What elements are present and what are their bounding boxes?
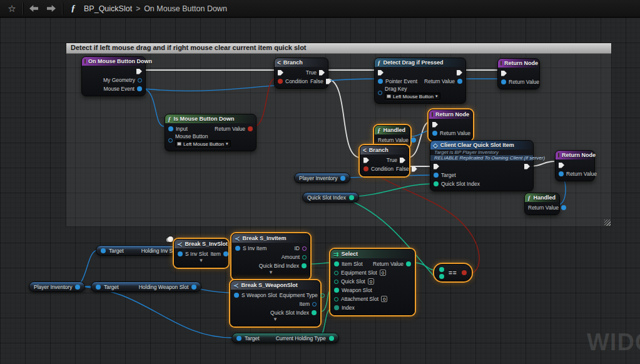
exec-in-pin[interactable] [378, 70, 383, 76]
node-client-clear-quick-slot-item[interactable]: ◇ Client Clear Quick Slot Item Target is… [430, 140, 534, 191]
output-pin[interactable] [329, 336, 334, 341]
favorite-star-icon[interactable]: ☆ [5, 2, 19, 16]
condition-pin[interactable] [278, 79, 283, 84]
comment-title[interactable]: Detect if left mouse drag and if right m… [66, 43, 611, 54]
mouse-button-pin[interactable] [168, 138, 173, 143]
node-break-s-invslot[interactable]: ≺ Break S_InvSlot S Inv Slot Item ▼ [174, 239, 228, 268]
exec-in-pin[interactable] [434, 164, 439, 169]
equipment-slot-pin[interactable] [334, 271, 338, 275]
return-value-pin[interactable] [248, 126, 253, 131]
node-equals[interactable]: == [434, 264, 472, 281]
s-weapon-slot-pin[interactable] [234, 293, 239, 298]
input-pin[interactable] [168, 126, 173, 131]
equals-input-a-pin[interactable] [439, 267, 444, 272]
return-value-pin[interactable] [501, 79, 506, 84]
node-select[interactable]: ⇉ Select Item Slot Return Value Equipmen… [330, 249, 415, 315]
s-inv-slot-pin[interactable] [178, 251, 183, 256]
node-return-mid[interactable]: Return Node Return Value [429, 109, 473, 141]
target-pin[interactable] [236, 336, 241, 341]
pointer-event-pin[interactable] [378, 79, 383, 84]
quick-slot-value[interactable]: 0 [368, 278, 374, 285]
node-return-top[interactable]: Return Node Return Value [497, 58, 540, 89]
expand-arrow-icon[interactable]: ▼ [232, 270, 310, 276]
target-pin[interactable] [96, 285, 101, 290]
exec-in-pin[interactable] [559, 163, 564, 168]
true-exec-pin[interactable] [319, 70, 325, 76]
node-handled-mid[interactable]: ƒ Handled Return Value [374, 125, 410, 148]
id-pin[interactable] [302, 246, 307, 251]
comment-resize-handle[interactable] [604, 220, 611, 226]
equals-input-b-pin[interactable] [439, 274, 444, 279]
output-pin[interactable] [191, 285, 196, 290]
item-pin[interactable] [223, 251, 228, 256]
exec-in-pin[interactable] [432, 122, 438, 128]
node-is-mouse-button-down[interactable]: ƒ Is Mouse Button Down Input Return Valu… [165, 114, 257, 151]
back-button[interactable] [27, 2, 41, 16]
exec-out-pin[interactable] [136, 69, 142, 74]
item-pin[interactable] [312, 302, 317, 306]
node-handled-bottom[interactable]: ƒ Handled Return Value [524, 193, 560, 215]
breadcrumb-graph[interactable]: On Mouse Button Down [144, 4, 227, 13]
node-branch-mid[interactable]: < Branch True Condition False [360, 145, 409, 176]
node-branch-top[interactable]: < Branch True Condition False [274, 58, 328, 89]
node-break-s-weaponslot[interactable]: ≺ Break S_WeaponSlot S Weapon Slot Equip… [230, 280, 320, 326]
exec-in-pin[interactable] [278, 70, 283, 76]
node-on-mouse-button-down[interactable]: On Mouse Button Down My Geometry Mouse E… [81, 56, 146, 96]
pin-label: Return Value [378, 137, 409, 143]
forward-button[interactable] [44, 2, 58, 16]
attachment-slot-value[interactable]: 0 [381, 296, 387, 302]
true-exec-pin[interactable] [400, 158, 405, 163]
equals-output-pin[interactable] [462, 270, 467, 275]
exec-out-pin[interactable] [457, 70, 462, 76]
return-value-pin[interactable] [432, 131, 437, 136]
target-pin[interactable] [101, 248, 106, 253]
exec-out-pin[interactable] [524, 164, 530, 169]
node-return-right[interactable]: Return Node Return Value [555, 150, 595, 181]
condition-pin[interactable] [363, 166, 368, 171]
return-value-pin[interactable] [559, 171, 564, 176]
quick-slot-pin[interactable] [334, 280, 338, 284]
toolbar-divider [23, 3, 23, 15]
return-value-pin[interactable] [457, 79, 462, 84]
breadcrumb-blueprint[interactable]: BP_QuickSlot [84, 4, 132, 13]
equipment-type-pin[interactable] [320, 293, 325, 298]
pill-player-inventory-bottom[interactable]: Player Inventory [29, 281, 85, 292]
quick-slot-index-pin[interactable] [312, 310, 317, 315]
item-slot-pin[interactable] [334, 261, 339, 266]
return-value-pin[interactable] [561, 205, 566, 210]
return-value-pin[interactable] [411, 138, 416, 143]
pill-quick-slot-index[interactable]: Quick Slot Index [302, 192, 359, 203]
output-pin[interactable] [75, 285, 80, 290]
node-detect-drag-if-pressed[interactable]: ƒ Detect Drag if Pressed Pointer Event R… [374, 58, 466, 104]
output-pin[interactable] [340, 176, 345, 181]
drag-key-pin[interactable] [378, 91, 382, 95]
weapon-slot-pin[interactable] [334, 288, 339, 293]
my-geometry-pin[interactable] [138, 78, 142, 83]
index-pin[interactable] [334, 305, 339, 310]
expand-arrow-icon[interactable]: ▼ [175, 258, 228, 265]
exec-in-pin[interactable] [363, 158, 369, 163]
pill-holding-weapon-slot[interactable]: Target Holding Weapon Slot [91, 281, 201, 292]
pill-player-inventory-mid[interactable]: Player Inventory [294, 173, 350, 183]
quick-bind-index-pin[interactable] [302, 263, 307, 268]
variable-label: Quick Slot Index [307, 195, 346, 201]
target-pin[interactable] [434, 173, 439, 178]
quick-slot-index-pin[interactable] [434, 181, 439, 186]
attachment-slot-pin[interactable] [334, 297, 338, 301]
mouse-button-dropdown[interactable]: Left Mouse Button▾ [175, 140, 231, 148]
output-pin[interactable] [349, 195, 354, 200]
false-exec-pin[interactable] [326, 79, 332, 84]
pill-current-holding-type[interactable]: Target Current Holding Type [231, 333, 339, 343]
exec-in-pin[interactable] [501, 71, 507, 76]
graph-canvas[interactable]: WIDGET Detect if left mouse drag and if … [0, 18, 640, 364]
amount-pin[interactable] [302, 255, 307, 260]
false-exec-pin[interactable] [412, 166, 417, 172]
return-value-pin[interactable] [406, 261, 411, 266]
equipment-slot-value[interactable]: 0 [380, 270, 386, 276]
expand-arrow-icon[interactable]: ▼ [231, 317, 320, 323]
pin-label: True [387, 157, 397, 163]
node-break-s-invitem[interactable]: ≺ Break S_InvItem S Inv Item ID Amount Q… [231, 233, 310, 280]
mouse-event-pin[interactable] [137, 86, 142, 91]
s-inv-item-pin[interactable] [235, 246, 240, 251]
drag-key-dropdown[interactable]: Left Mouse Button▾ [385, 93, 440, 100]
